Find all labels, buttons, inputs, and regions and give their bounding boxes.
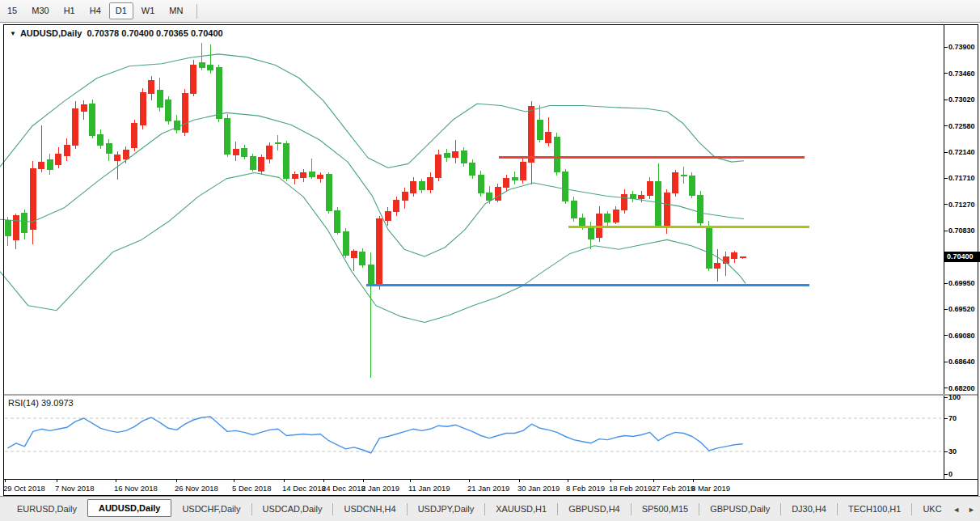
date-label: 16 Nov 2018 xyxy=(114,484,158,493)
date-label: 11 Jan 2019 xyxy=(408,484,450,493)
date-label: 30 Jan 2019 xyxy=(517,484,560,493)
tab-gbpusd-h4[interactable]: GBPUSD,H4 xyxy=(558,501,631,517)
toolbar-separator xyxy=(196,4,197,19)
tab-usdchf-daily[interactable]: USDCHF,Daily xyxy=(171,501,251,517)
tab-usdjpy-daily[interactable]: USDJPY,Daily xyxy=(408,501,485,517)
tab-usdcad-daily[interactable]: USDCAD,Daily xyxy=(252,501,333,517)
timeframe-button-M30[interactable]: M30 xyxy=(25,2,55,19)
price-tick-label: 0.68640 xyxy=(948,358,975,366)
tab-usdcnh-h4[interactable]: USDCNH,H4 xyxy=(333,501,406,517)
price-tick-label: 0.69520 xyxy=(948,305,975,313)
price-tick-label: 0.72140 xyxy=(948,148,975,156)
date-label: 21 Jan 2019 xyxy=(467,484,509,493)
tab-sp500-m15[interactable]: SP500,M15 xyxy=(632,501,699,517)
price-tick-label: 0.68200 xyxy=(948,384,975,392)
tab-eurusd-daily[interactable]: EURUSD,Daily xyxy=(6,501,87,517)
price-tick-label: 0.71270 xyxy=(948,201,975,209)
symbol-dropdown-icon[interactable]: ▼ xyxy=(10,30,16,37)
tab-audusd-daily[interactable]: AUDUSD,Daily xyxy=(87,499,171,517)
date-label: 2 Jan 2019 xyxy=(361,484,399,493)
rsi-scale-label: 0 xyxy=(948,470,953,478)
date-label: 26 Nov 2018 xyxy=(175,484,218,493)
date-label: 8 Feb 2019 xyxy=(566,484,605,493)
price-tick-label: 0.73020 xyxy=(948,95,975,104)
price-tick-label: 0.72580 xyxy=(948,122,975,130)
price-tick-label: 0.71710 xyxy=(948,174,975,182)
rsi-current-value: 39.0973 xyxy=(41,398,74,408)
price-tick-label: 0.69080 xyxy=(948,332,975,340)
chart-symbol-label: AUDUSD,Daily xyxy=(20,28,82,38)
chart-ohlc-values: 0.70378 0.70400 0.70365 0.70400 xyxy=(87,28,222,38)
rsi-scale-label: 30 xyxy=(948,447,957,455)
tab-dj30-h4[interactable]: DJ30,H4 xyxy=(781,501,837,517)
symbol-tabbar: EURUSD,DailyAUDUSD,DailyUSDCHF,DailyUSDC… xyxy=(0,496,980,521)
date-label: 27 Feb 2019 xyxy=(652,484,695,493)
rsi-name: RSI(14) xyxy=(8,398,39,408)
date-label: 5 Dec 2018 xyxy=(232,484,272,493)
timeframe-button-H1[interactable]: H1 xyxy=(57,2,82,19)
rsi-indicator-label: RSI(14) 39.0973 xyxy=(8,398,74,408)
tab-ukc[interactable]: UKC xyxy=(912,501,952,517)
tab-xauusd-h1[interactable]: XAUUSD,H1 xyxy=(485,501,557,517)
current-price-tag: 0.70400 xyxy=(944,252,980,262)
tab-scroll-controls: ◄ ► xyxy=(953,497,975,521)
timeframe-button-D1[interactable]: D1 xyxy=(109,2,133,19)
rsi-scale-label: 100 xyxy=(948,393,961,401)
tab-tech100-h1[interactable]: TECH100,H1 xyxy=(838,501,911,517)
date-label: 7 Nov 2018 xyxy=(55,484,95,493)
date-label: 14 Dec 2018 xyxy=(282,484,326,493)
date-label: 18 Feb 2019 xyxy=(609,484,652,493)
chart-title: ▼AUDUSD,Daily 0.70378 0.70400 0.70365 0.… xyxy=(10,28,223,38)
timeframe-toolbar: 15M30H1H4D1W1MN xyxy=(0,0,980,23)
tab-gbpusd-daily[interactable]: GBPUSD,Daily xyxy=(699,501,780,517)
timeframe-button-MN[interactable]: MN xyxy=(163,2,189,19)
timeframe-button-W1[interactable]: W1 xyxy=(135,2,162,19)
date-label: 8 Mar 2019 xyxy=(691,484,730,493)
tab-scroll-right-icon[interactable]: ► xyxy=(968,506,975,514)
price-tick-label: 0.73460 xyxy=(948,70,975,78)
price-tick-label: 0.69950 xyxy=(948,279,975,287)
chart-canvas[interactable] xyxy=(0,0,980,496)
date-label: 24 Dec 2018 xyxy=(322,484,365,493)
rsi-scale-label: 70 xyxy=(948,414,957,422)
date-label: 29 Oct 2018 xyxy=(3,484,45,493)
price-tick-label: 0.73900 xyxy=(948,43,975,51)
tab-scroll-left-icon[interactable]: ◄ xyxy=(953,506,960,514)
price-tick-label: 0.70830 xyxy=(948,227,975,235)
timeframe-button-H4[interactable]: H4 xyxy=(83,2,108,19)
timeframe-button-15[interactable]: 15 xyxy=(1,2,23,19)
